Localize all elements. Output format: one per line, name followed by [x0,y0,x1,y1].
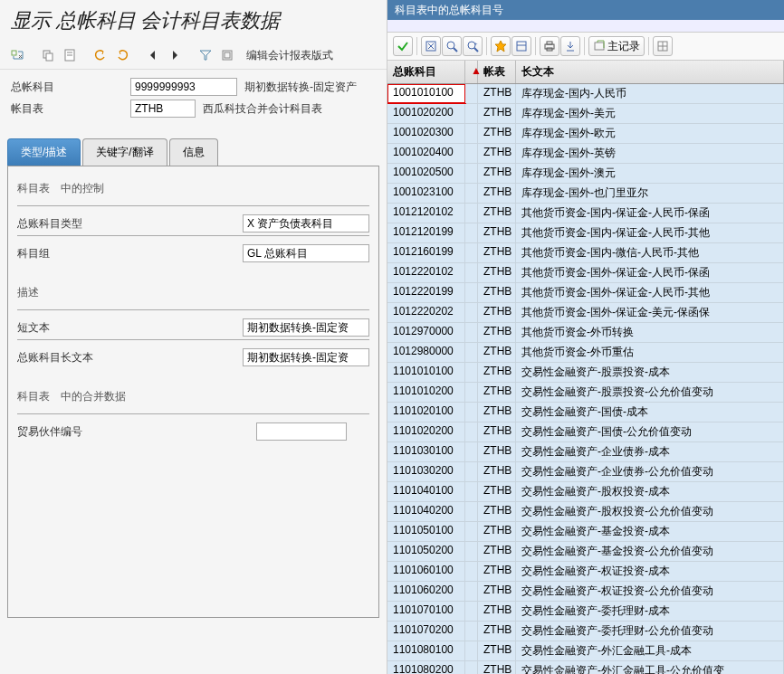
table-row[interactable]: 1012120102ZTHB其他货币资金-国内-保证金-人民币-保函 [387,204,784,223]
tab-panel: 科目表 中的控制 总账科目类型 科目组 描述 短文本 总账科目长文本 科目表 中… [7,166,379,618]
group-input[interactable] [243,244,369,262]
table-row[interactable]: 1012120199ZTHB其他货币资金-国内-保证金-人民币-其他 [387,223,784,243]
cell-chart: ZTHB [478,641,516,660]
table-row[interactable]: 1101080200ZTHB交易性金融资产-外汇金融工具-公允价值变 [387,661,784,674]
cell-account: 1101070200 [387,622,465,641]
svg-point-9 [447,42,454,49]
svg-rect-7 [225,52,230,58]
long-input[interactable] [243,348,369,366]
cell-account: 1101080100 [387,641,465,660]
tab-type-desc[interactable]: 类型/描述 [7,138,81,166]
grid-icon[interactable] [653,36,673,56]
cell-chart: ZTHB [478,562,516,581]
table-row[interactable]: 1012220199ZTHB其他货币资金-国外-保证金-人民币-其他 [387,283,784,303]
group-label: 科目组 [17,246,243,261]
toggle-display-icon[interactable] [7,45,27,65]
partner-input[interactable] [256,422,347,441]
cell-account: 1101080200 [387,661,465,674]
settings-icon[interactable] [217,45,237,65]
section-desc: 描述 [17,285,369,302]
cell-chart: ZTHB [478,403,516,422]
table-row[interactable]: 1012160199ZTHB其他货币资金-国内-微信-人民币-其他 [387,243,784,263]
cell-account: 1101060100 [387,562,465,581]
table-row[interactable]: 1012220102ZTHB其他货币资金-国外-保证金-人民币-保函 [387,263,784,283]
table-row[interactable]: 1101020100ZTHB交易性金融资产-国债-成本 [387,403,784,422]
star-icon[interactable] [491,36,511,56]
toolbar-link[interactable]: 编辑会计报表版式 [246,48,333,63]
cell-chart: ZTHB [478,164,516,183]
cell-account: 1012980000 [387,343,465,362]
download-icon[interactable] [560,36,580,56]
table-row[interactable]: 1001023100ZTHB库存现金-国外-也门里亚尔 [387,184,784,204]
find-next-icon[interactable]: + [463,36,483,56]
prev-icon[interactable] [143,45,163,65]
type-input[interactable] [243,214,369,233]
table-row[interactable]: 1101030100ZTHB交易性金融资产-企业债券-成本 [387,442,784,462]
cell-text: 交易性金融资产-股权投资-公允价值变动 [516,502,784,521]
cell-chart: ZTHB [478,204,516,223]
cell-account: 1101040200 [387,502,465,521]
cell-chart: ZTHB [478,482,516,501]
print-icon[interactable] [540,36,559,56]
chart-input[interactable] [130,100,196,118]
right-header: 科目表中的总帐科目号 [387,0,784,20]
cell-account: 1012120102 [387,204,465,223]
table-row[interactable]: 1101040200ZTHB交易性金融资产-股权投资-公允价值变动 [387,502,784,522]
cell-account: 1001023100 [387,184,465,203]
header-chart[interactable]: 帐表 [478,61,516,83]
table-row[interactable]: 1101030200ZTHB交易性金融资产-企业债券-公允价值变动 [387,462,784,482]
table-row[interactable]: 1101060200ZTHB交易性金融资产-权证投资-公允价值变动 [387,582,784,602]
master-record-icon[interactable]: 主记录 [588,36,645,56]
cell-text: 库存现金-国内-人民币 [516,84,784,103]
layout-icon[interactable] [512,36,531,56]
table-row[interactable]: 1101010100ZTHB交易性金融资产-股票投资-成本 [387,363,784,383]
filter-icon[interactable] [196,45,215,65]
cell-chart: ZTHB [478,283,516,302]
cell-chart: ZTHB [478,542,516,561]
cell-account: 1012220199 [387,283,465,302]
table-row[interactable]: 1101080100ZTHB交易性金融资产-外汇金融工具-成本 [387,641,784,661]
cell-account: 1001020300 [387,124,465,143]
cell-text: 交易性金融资产-权证投资-成本 [516,562,784,581]
doc-icon[interactable] [60,45,80,65]
cell-account: 1101010100 [387,363,465,382]
table-row[interactable]: 1101050200ZTHB交易性金融资产-基金投资-公允价值变动 [387,542,784,562]
table-row[interactable]: 1101070100ZTHB交易性金融资产-委托理财-成本 [387,602,784,622]
table-row[interactable]: 1101060100ZTHB交易性金融资产-权证投资-成本 [387,562,784,582]
next-icon[interactable] [165,45,185,65]
tab-info[interactable]: 信息 [169,138,218,166]
table-row[interactable]: 1012220202ZTHB其他货币资金-国外-保证金-美元-保函保 [387,303,784,323]
svg-line-12 [474,48,478,52]
undo-icon[interactable] [91,45,110,65]
table-row[interactable]: 1101050100ZTHB交易性金融资产-基金投资-成本 [387,522,784,542]
cell-account: 1101030200 [387,462,465,481]
check-icon[interactable] [393,36,413,56]
table-row[interactable]: 1001020500ZTHB库存现金-国外-澳元 [387,164,784,184]
table-row[interactable]: 1001020200ZTHB库存现金-国外-美元 [387,104,784,124]
svg-rect-14 [517,42,526,51]
cancel-icon[interactable] [421,36,441,56]
short-input[interactable] [243,318,369,337]
sort-indicator-icon[interactable]: ▲ [465,61,478,83]
right-toolbar: + 主记录 [387,33,784,61]
table-row[interactable]: 1101040100ZTHB交易性金融资产-股权投资-成本 [387,482,784,502]
table-row[interactable]: 1012980000ZTHB其他货币资金-外币重估 [387,343,784,363]
table-row[interactable]: 1101020200ZTHB交易性金融资产-国债-公允价值变动 [387,422,784,442]
header-account[interactable]: 总账科目 [387,61,465,83]
table-row[interactable]: 1101070200ZTHB交易性金融资产-委托理财-公允价值变动 [387,622,784,641]
header-text[interactable]: 长文本 [516,61,784,83]
cell-text: 交易性金融资产-外汇金融工具-公允价值变 [516,661,784,674]
redo-icon[interactable] [112,45,132,65]
cell-account: 1101060200 [387,582,465,601]
table-row[interactable]: 1001010100ZTHB库存现金-国内-人民币 [387,84,784,104]
copy-icon[interactable] [38,45,58,65]
find-icon[interactable] [442,36,462,56]
table-row[interactable]: 1101010200ZTHB交易性金融资产-股票投资-公允价值变动 [387,383,784,403]
grid[interactable]: 总账科目 ▲ 帐表 长文本 1001010100ZTHB库存现金-国内-人民币1… [387,61,784,674]
cell-text: 库存现金-国外-也门里亚尔 [516,184,784,203]
tab-keyword[interactable]: 关键字/翻译 [82,138,167,166]
table-row[interactable]: 1001020300ZTHB库存现金-国外-欧元 [387,124,784,144]
table-row[interactable]: 1001020400ZTHB库存现金-国外-英镑 [387,144,784,164]
account-input[interactable] [130,78,237,96]
table-row[interactable]: 1012970000ZTHB其他货币资金-外币转换 [387,323,784,343]
